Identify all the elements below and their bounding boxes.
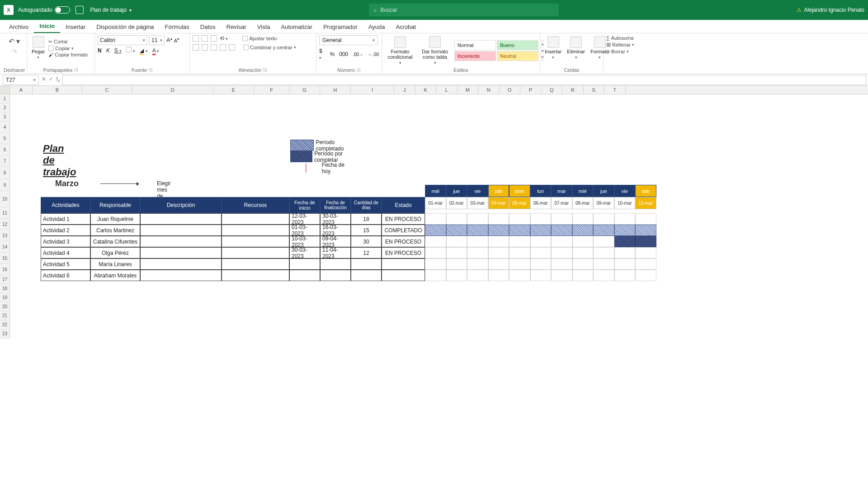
- gantt-cell[interactable]: [635, 213, 656, 225]
- align-center-icon[interactable]: [202, 44, 208, 51]
- align-top-icon[interactable]: [193, 35, 199, 42]
- cell[interactable]: COMPLETADO: [382, 225, 425, 236]
- gantt-cell[interactable]: [467, 236, 488, 247]
- col-B[interactable]: B: [33, 86, 82, 94]
- cell[interactable]: 12-03-2023: [289, 213, 320, 225]
- italic-button[interactable]: K: [106, 47, 110, 54]
- gantt-cell[interactable]: [635, 236, 656, 247]
- delete-button[interactable]: Eliminar▾: [565, 35, 587, 61]
- gantt-cell[interactable]: [446, 258, 467, 270]
- document-name[interactable]: Plan de trabajo ▾: [90, 7, 132, 13]
- select-all-corner[interactable]: [0, 86, 10, 94]
- gantt-cell[interactable]: [572, 247, 594, 258]
- col-P[interactable]: P: [520, 86, 542, 94]
- table-row[interactable]: Actividad 2Carlos Martinez01-03-202316-0…: [41, 225, 425, 236]
- col-J[interactable]: J: [394, 86, 415, 94]
- cell[interactable]: Actividad 5: [41, 258, 90, 270]
- tab-insertar[interactable]: Insertar: [60, 21, 91, 33]
- cell[interactable]: [382, 258, 425, 270]
- formula-input[interactable]: [62, 75, 866, 85]
- cell[interactable]: [140, 247, 222, 258]
- cell[interactable]: Carlos Martinez: [90, 225, 140, 236]
- tab-ayuda[interactable]: Ayuda: [363, 21, 391, 33]
- row-17[interactable]: 17: [0, 275, 10, 284]
- cell[interactable]: [351, 270, 382, 281]
- percent-icon[interactable]: %: [330, 51, 335, 57]
- cell[interactable]: 09-04-2023: [320, 236, 351, 247]
- cell[interactable]: 18: [351, 213, 382, 225]
- gantt-cell[interactable]: [572, 258, 594, 270]
- gantt-cell[interactable]: [530, 225, 552, 236]
- cell[interactable]: [140, 236, 222, 247]
- col-K[interactable]: K: [415, 86, 437, 94]
- gantt-cell[interactable]: [593, 236, 614, 247]
- dialog-launcher-icon[interactable]: ◲: [149, 67, 153, 73]
- gantt-cell[interactable]: [446, 225, 467, 236]
- autosave-toggle[interactable]: [55, 6, 70, 14]
- row-19[interactable]: 19: [0, 293, 10, 302]
- decrease-decimal-icon[interactable]: ←.00: [368, 52, 379, 57]
- name-box[interactable]: T27▾: [3, 75, 39, 85]
- gantt-cell[interactable]: [509, 247, 530, 258]
- gantt-cell[interactable]: [488, 225, 509, 236]
- table-row[interactable]: Actividad 5María Linares: [41, 258, 425, 270]
- gantt-cell[interactable]: [551, 247, 572, 258]
- style-bueno[interactable]: Bueno: [497, 40, 538, 50]
- gantt-cell[interactable]: [614, 225, 636, 236]
- decrease-indent-icon[interactable]: [220, 44, 226, 51]
- spreadsheet-grid[interactable]: 1234567891011121314151617181920212223 Pl…: [0, 94, 868, 375]
- gantt-cell[interactable]: [425, 225, 446, 236]
- fx-icon[interactable]: fx: [56, 76, 60, 83]
- cell[interactable]: Juan Riquelme: [90, 213, 140, 225]
- gantt-cell[interactable]: [446, 270, 467, 281]
- redo-icon[interactable]: ↷: [11, 47, 17, 56]
- col-S[interactable]: S: [584, 86, 605, 94]
- row-18[interactable]: 18: [0, 284, 10, 293]
- tab-vista[interactable]: Vista: [252, 21, 276, 33]
- cell[interactable]: [222, 236, 289, 247]
- cell[interactable]: [222, 258, 289, 270]
- gantt-cell[interactable]: [509, 270, 530, 281]
- gantt-cell[interactable]: [488, 247, 509, 258]
- row-1[interactable]: 1: [0, 94, 10, 103]
- font-color-button[interactable]: A ▾: [152, 47, 160, 54]
- row-5[interactable]: 5: [0, 133, 10, 144]
- save-icon[interactable]: [75, 6, 84, 14]
- tab-fórmulas[interactable]: Fórmulas: [160, 21, 195, 33]
- cell[interactable]: 30: [351, 236, 382, 247]
- gantt-cell[interactable]: [467, 258, 488, 270]
- gantt-cell[interactable]: [509, 213, 530, 225]
- row-21[interactable]: 21: [0, 311, 10, 320]
- tab-disposición de página[interactable]: Disposición de página: [91, 21, 159, 33]
- gantt-cell[interactable]: [446, 236, 467, 247]
- gantt-cell[interactable]: [551, 270, 572, 281]
- gantt-cell[interactable]: [446, 247, 467, 258]
- row-9[interactable]: 9: [0, 179, 10, 191]
- cell[interactable]: [140, 258, 222, 270]
- cell[interactable]: [320, 270, 351, 281]
- gantt-cell[interactable]: [635, 270, 656, 281]
- tab-acrobat[interactable]: Acrobat: [390, 21, 421, 33]
- gantt-cell[interactable]: [572, 213, 594, 225]
- align-right-icon[interactable]: [211, 44, 217, 51]
- gantt-cell[interactable]: [530, 213, 552, 225]
- row-14[interactable]: 14: [0, 241, 10, 253]
- style-incorrecto[interactable]: Incorrecto: [454, 51, 496, 61]
- cell[interactable]: Actividad 3: [41, 236, 90, 247]
- col-E[interactable]: E: [213, 86, 254, 94]
- search-input[interactable]: ⌕ Buscar: [369, 4, 559, 16]
- borders-button[interactable]: ▾: [126, 47, 135, 54]
- cell[interactable]: [222, 225, 289, 236]
- gantt-cell[interactable]: [488, 213, 509, 225]
- cell[interactable]: [140, 270, 222, 281]
- cell[interactable]: 01-03-2023: [289, 225, 320, 236]
- col-A[interactable]: A: [10, 86, 33, 94]
- row-11[interactable]: 11: [0, 207, 10, 219]
- cell[interactable]: EN PROCESO: [382, 236, 425, 247]
- clear-button[interactable]: ◇Borrar ▾: [606, 48, 642, 54]
- gantt-cell[interactable]: [614, 247, 636, 258]
- conditional-format-button[interactable]: Formato condicional▾: [385, 35, 415, 66]
- row-20[interactable]: 20: [0, 302, 10, 311]
- cell[interactable]: [222, 247, 289, 258]
- row-13[interactable]: 13: [0, 230, 10, 241]
